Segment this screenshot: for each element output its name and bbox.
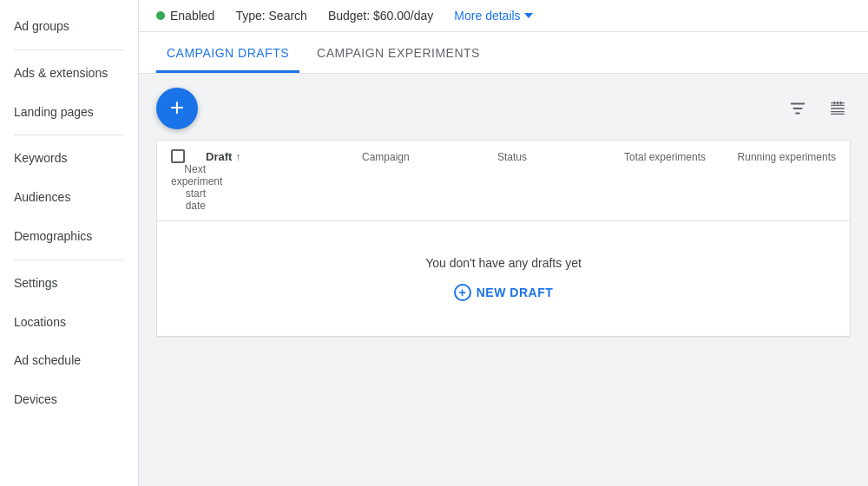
- select-all-checkbox[interactable]: [171, 149, 185, 163]
- empty-state: You don't have any drafts yet + New Draf…: [157, 221, 850, 337]
- budget-prefix: Budget:: [328, 9, 370, 23]
- budget-value: $60.00/day: [373, 9, 433, 23]
- status-indicator: Enabled: [156, 9, 214, 23]
- tab-campaign-drafts[interactable]: Campaign Drafts: [156, 32, 299, 73]
- column-header-total-experiments: Total experiments: [602, 151, 706, 163]
- sidebar-divider-2: [14, 135, 124, 135]
- table-header: Draft ↑ Campaign Status Total experiment…: [157, 141, 850, 221]
- sidebar: Ad groups Ads & extensions Landing pages…: [0, 0, 139, 486]
- type-prefix: Type:: [235, 9, 265, 23]
- more-details-link[interactable]: More details: [454, 9, 532, 23]
- sidebar-item-keywords[interactable]: Keywords: [0, 139, 138, 178]
- density-icon: [828, 99, 847, 118]
- filter-icon: [788, 99, 807, 118]
- sidebar-item-ad-groups[interactable]: Ad groups: [0, 7, 138, 46]
- sidebar-item-demographics[interactable]: Demographics: [0, 217, 138, 256]
- column-header-next-start-date: Next experiment start date: [171, 163, 206, 212]
- sidebar-item-landing-pages[interactable]: Landing pages: [0, 93, 138, 132]
- main-content: Enabled Type: Search Budget: $60.00/day …: [139, 0, 868, 486]
- sidebar-item-ad-schedule[interactable]: Ad schedule: [0, 341, 138, 380]
- sidebar-item-audiences[interactable]: Audiences: [0, 178, 138, 217]
- topbar: Enabled Type: Search Budget: $60.00/day …: [139, 0, 868, 32]
- column-header-running-experiments: Running experiments: [706, 151, 836, 163]
- tabs-bar: Campaign Drafts Campaign Experiments: [139, 32, 868, 74]
- sidebar-divider-3: [14, 259, 124, 260]
- budget-info: Budget: $60.00/day: [328, 9, 433, 23]
- sort-arrow-icon: ↑: [235, 151, 240, 163]
- type-info: Type: Search: [235, 9, 307, 23]
- drafts-table: Draft ↑ Campaign Status Total experiment…: [156, 140, 851, 338]
- column-header-draft: Draft ↑: [206, 150, 362, 163]
- toolbar-row: +: [156, 88, 851, 129]
- new-draft-button[interactable]: + New Draft: [454, 284, 554, 301]
- add-draft-button[interactable]: +: [156, 88, 198, 129]
- empty-message: You don't have any drafts yet: [425, 256, 582, 270]
- sidebar-item-devices[interactable]: Devices: [0, 380, 138, 419]
- content-area: +: [139, 74, 868, 486]
- column-header-status: Status: [497, 151, 602, 163]
- sidebar-item-ads-extensions[interactable]: Ads & extensions: [0, 54, 138, 93]
- status-dot-enabled: [156, 11, 165, 20]
- header-checkbox-cell: [171, 149, 206, 163]
- plus-icon: +: [170, 95, 184, 120]
- new-draft-plus-icon: +: [454, 284, 471, 301]
- sidebar-divider-1: [14, 49, 124, 50]
- column-header-campaign: Campaign: [362, 151, 497, 163]
- filter-button[interactable]: [785, 95, 811, 122]
- status-label: Enabled: [170, 9, 214, 23]
- sidebar-item-settings[interactable]: Settings: [0, 264, 138, 303]
- chevron-down-icon: [524, 13, 533, 18]
- density-button[interactable]: [825, 95, 851, 122]
- tab-campaign-experiments[interactable]: Campaign Experiments: [306, 32, 490, 73]
- sidebar-item-locations[interactable]: Locations: [0, 303, 138, 342]
- type-value: Search: [269, 9, 307, 23]
- toolbar-icons: [785, 95, 851, 122]
